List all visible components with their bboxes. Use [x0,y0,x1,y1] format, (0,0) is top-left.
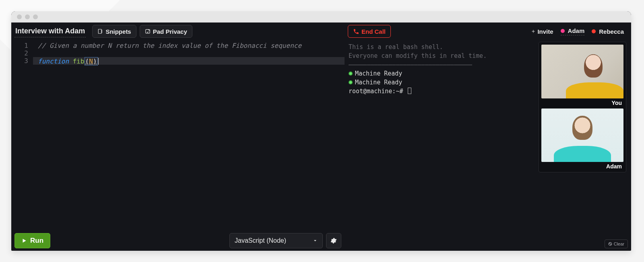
window-titlebar [11,11,631,23]
status-dot-icon [349,72,353,76]
language-label: JavaScript (Node) [235,237,286,244]
run-button[interactable]: Run [14,233,50,248]
line-number: 3 [11,57,28,65]
phone-icon [353,29,359,35]
snippets-icon [97,29,103,34]
presence-dot-icon [561,29,565,33]
editor-top-bar: Interview with Adam Snippets Pad Privacy [11,23,345,40]
app-window: Interview with Adam Snippets Pad Privacy… [11,11,631,251]
language-select[interactable]: JavaScript (Node) [229,233,323,248]
settings-button[interactable] [326,233,341,248]
traffic-light-close-icon[interactable] [17,14,22,19]
terminal-status-line: Machine Ready [349,78,530,87]
participant-name: Adam [568,27,585,34]
token-keyword: function [38,57,69,65]
code-comment: // Given a number N return the index val… [38,42,301,49]
line-number-gutter: 1 2 3 [11,42,32,65]
chevron-down-icon [313,238,318,243]
clear-label: Clear [614,242,624,246]
video-call-panel[interactable]: You Adam [539,42,626,172]
terminal-cursor [408,88,411,94]
run-label: Run [30,237,43,245]
call-top-bar: End Call Invite Adam Rebecca [345,23,631,40]
editor-bottom-bar: Run JavaScript (Node) [11,231,345,251]
output-pane: End Call Invite Adam Rebecca [345,23,631,251]
traffic-light-min-icon[interactable] [25,14,30,19]
clear-button[interactable]: Clear [605,239,628,248]
plus-icon [531,29,536,34]
presence-dot-icon [592,29,596,33]
privacy-icon [145,29,151,34]
terminal-output[interactable]: This is a real bash shell. Everyone can … [349,43,530,96]
video-feed [541,45,623,98]
video-label: You [541,98,623,106]
end-call-label: End Call [361,28,386,35]
line-number: 1 [11,42,28,49]
code-blank-line [38,49,332,57]
terminal-intro: Everyone can modify this in real time. [349,51,530,60]
end-call-button[interactable]: End Call [348,25,391,38]
clear-icon [608,242,612,246]
terminal-prompt[interactable]: root@machine:~# [349,87,530,96]
participant-adam[interactable]: Adam [561,27,585,35]
snippets-label: Snippets [105,28,131,35]
traffic-light-max-icon[interactable] [33,14,38,19]
invite-button[interactable]: Invite [531,28,553,35]
terminal-divider: –––––––––––––––––––––––––––––––––– [349,60,530,69]
token-param: N [89,57,93,65]
gear-icon [330,237,337,244]
svg-line-4 [609,243,611,245]
invite-label: Invite [537,28,553,35]
participant-name: Rebecca [599,28,624,35]
pad-title[interactable]: Interview with Adam [14,25,86,37]
terminal-status-line: Machine Ready [349,69,530,78]
participant-rebecca[interactable]: Rebecca [592,28,624,35]
code-content[interactable]: // Given a number N return the index val… [38,42,332,65]
text-caret [98,58,99,65]
token-function: fib [73,57,85,65]
pad-privacy-button[interactable]: Pad Privacy [140,25,192,38]
play-icon [21,238,27,244]
svg-rect-0 [99,29,102,34]
editor-pane: Interview with Adam Snippets Pad Privacy… [11,23,345,251]
pad-privacy-label: Pad Privacy [153,28,187,35]
code-editor[interactable]: 1 2 3 // Given a number N return the ind… [11,40,345,231]
snippets-button[interactable]: Snippets [92,25,136,38]
video-tile-you[interactable]: You [541,45,623,106]
video-tile-adam[interactable]: Adam [541,108,623,170]
status-dot-icon [349,80,353,84]
terminal-intro: This is a real bash shell. [349,43,530,51]
video-label: Adam [541,162,623,170]
video-feed [541,108,623,162]
svg-rect-2 [145,29,150,33]
code-active-line[interactable]: function fib(N) [33,57,345,65]
token-paren-open: (N) [85,57,98,66]
line-number: 2 [11,49,28,57]
